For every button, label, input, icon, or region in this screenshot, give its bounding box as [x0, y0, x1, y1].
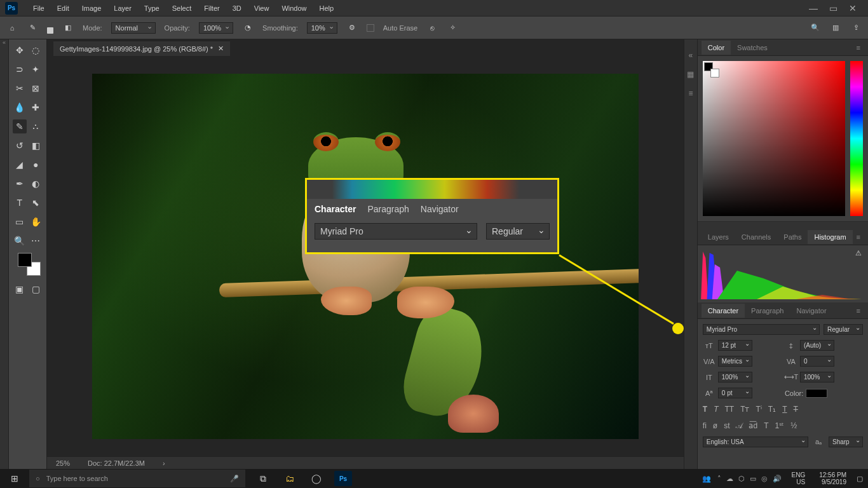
mini-color-wells[interactable] — [704, 62, 717, 75]
more-tools[interactable]: ⋯ — [29, 234, 43, 248]
oldstyle-button[interactable]: ø — [713, 421, 717, 430]
quick-select-tool[interactable]: ✦ — [29, 62, 43, 76]
rectangle-tool[interactable]: ▭ — [13, 215, 27, 229]
panel-collapse-icon[interactable]: « — [689, 51, 693, 60]
tab-histogram[interactable]: Histogram — [808, 230, 852, 244]
taskbar-search[interactable]: ○ Type here to search 🎤 — [29, 470, 245, 487]
stylistic-button[interactable]: st — [724, 421, 729, 430]
canvas-viewport[interactable] — [47, 56, 684, 456]
language-indicator[interactable]: ENGUS — [788, 471, 810, 485]
menu-edit[interactable]: Edit — [51, 2, 76, 15]
hscale-input[interactable]: 100% — [800, 372, 834, 383]
heal-tool[interactable]: ✚ — [29, 100, 43, 114]
file-explorer-icon[interactable]: 🗂 — [281, 471, 299, 486]
pen-tool[interactable]: ✒ — [13, 177, 27, 191]
task-view-icon[interactable]: ⧉ — [254, 471, 272, 486]
window-minimize-icon[interactable]: — — [809, 3, 818, 13]
leading-dropdown[interactable]: (Auto) — [800, 340, 834, 351]
tab-color[interactable]: Color — [702, 41, 731, 55]
dodge-tool[interactable]: ◐ — [29, 177, 43, 191]
titling-button[interactable]: T — [764, 421, 768, 430]
window-close-icon[interactable]: ✕ — [849, 3, 857, 13]
menu-select[interactable]: Select — [166, 2, 198, 15]
chrome-icon[interactable]: ◯ — [308, 471, 325, 486]
pencil-tool[interactable]: ✎ — [13, 119, 27, 133]
brush-preset-icon[interactable] — [47, 27, 53, 34]
underline-button[interactable]: T — [782, 405, 787, 414]
color-field[interactable] — [703, 61, 845, 216]
eyedropper-tool[interactable]: 💧 — [13, 100, 27, 114]
ligatures-button[interactable]: fi — [703, 421, 707, 430]
panel-menu-icon[interactable]: ≡ — [853, 233, 864, 241]
auto-erase-checkbox[interactable] — [367, 24, 374, 32]
antialias-dropdown[interactable]: Sharp — [829, 437, 863, 447]
lasso-tool[interactable]: ⊃ — [13, 62, 27, 76]
tracking-dropdown[interactable]: 0 — [800, 356, 834, 367]
notifications-icon[interactable]: ▢ — [857, 475, 863, 483]
tray-chevron-icon[interactable]: ˄ — [717, 475, 721, 483]
font-size-dropdown[interactable]: 12 pt — [718, 340, 752, 351]
history-brush-tool[interactable]: ↺ — [13, 139, 27, 152]
blur-tool[interactable]: ● — [29, 158, 43, 172]
menu-type[interactable]: Type — [138, 2, 166, 15]
butterfly-icon[interactable]: ✧ — [447, 22, 458, 34]
gear-icon[interactable]: ⚙ — [346, 22, 358, 34]
zoom-level[interactable]: 25% — [56, 459, 70, 467]
smallcaps-button[interactable]: Tᴛ — [740, 405, 749, 414]
font-family-dropdown[interactable]: Myriad Pro — [703, 324, 820, 335]
smoothing-dropdown[interactable]: 10% — [307, 22, 337, 34]
quickmask-tool[interactable]: ▣ — [13, 282, 27, 296]
move-tool[interactable]: ✥ — [13, 43, 27, 57]
language-dropdown[interactable]: English: USA — [703, 437, 808, 447]
hand-tool[interactable]: ✋ — [29, 215, 43, 229]
panel-icon-1[interactable]: ▦ — [687, 70, 694, 79]
doc-size[interactable]: Doc: 22.7M/22.3M — [88, 459, 145, 467]
vscale-input[interactable]: 100% — [718, 372, 752, 383]
subscript-button[interactable]: T₁ — [768, 405, 776, 414]
menu-image[interactable]: Image — [76, 2, 108, 15]
pencil-tool-icon[interactable]: ✎ — [27, 22, 38, 34]
menu-file[interactable]: File — [27, 2, 51, 15]
warning-icon[interactable]: ⚠ — [855, 249, 862, 257]
ordinals-button[interactable]: a͞d — [749, 421, 757, 430]
close-tab-icon[interactable]: ✕ — [218, 44, 224, 53]
mode-dropdown[interactable]: Normal — [111, 22, 156, 34]
window-restore-icon[interactable]: ▭ — [829, 3, 837, 13]
tab-swatches[interactable]: Swatches — [731, 41, 774, 55]
foreground-color[interactable] — [18, 253, 32, 267]
gradient-tool[interactable]: ◢ — [13, 158, 27, 172]
menu-filter[interactable]: Filter — [198, 2, 226, 15]
swash-button[interactable]: 𝒜 — [736, 421, 742, 430]
start-button[interactable]: ⊞ — [0, 473, 29, 484]
baseline-input[interactable]: 0 pt — [718, 388, 752, 398]
allcaps-button[interactable]: TT — [724, 405, 734, 414]
tab-layers[interactable]: Layers — [702, 230, 735, 244]
wifi-icon[interactable]: ◎ — [761, 475, 768, 483]
screenmode-tool[interactable]: ▢ — [29, 282, 43, 296]
kerning-dropdown[interactable]: Metrics — [718, 356, 752, 367]
zoom-tool[interactable]: 🔍 — [13, 234, 27, 248]
clock[interactable]: 12:56 PM9/5/2019 — [815, 471, 850, 485]
italic-button[interactable]: T — [714, 405, 718, 414]
menu-3d[interactable]: 3D — [226, 2, 248, 15]
panel-menu-icon[interactable]: ≡ — [853, 307, 864, 315]
text-color-chip[interactable] — [806, 389, 827, 398]
tab-character[interactable]: Character — [702, 304, 745, 318]
bold-button[interactable]: T — [703, 405, 707, 414]
hue-slider[interactable] — [850, 61, 863, 216]
toolbar-collapse[interactable]: « — [0, 39, 9, 469]
onedrive-icon[interactable]: ☁ — [726, 475, 733, 483]
battery-icon[interactable]: ▭ — [750, 475, 756, 483]
home-icon[interactable]: ⌂ — [6, 22, 18, 34]
volume-icon[interactable]: 🔊 — [773, 475, 782, 483]
tab-paragraph[interactable]: Paragraph — [745, 304, 790, 318]
marquee-tool[interactable]: ◌ — [29, 43, 43, 57]
type-tool[interactable]: T — [13, 196, 27, 210]
path-select-tool[interactable]: ⬉ — [29, 196, 43, 210]
superscript-button[interactable]: Tⁱ — [756, 405, 762, 414]
brush-panel-icon[interactable]: ◧ — [62, 22, 74, 34]
workspace-icon[interactable]: ▥ — [830, 22, 841, 34]
people-icon[interactable]: 👥 — [702, 475, 711, 483]
fractions-button[interactable]: ½ — [790, 421, 797, 430]
strikethrough-button[interactable]: T — [794, 405, 798, 414]
